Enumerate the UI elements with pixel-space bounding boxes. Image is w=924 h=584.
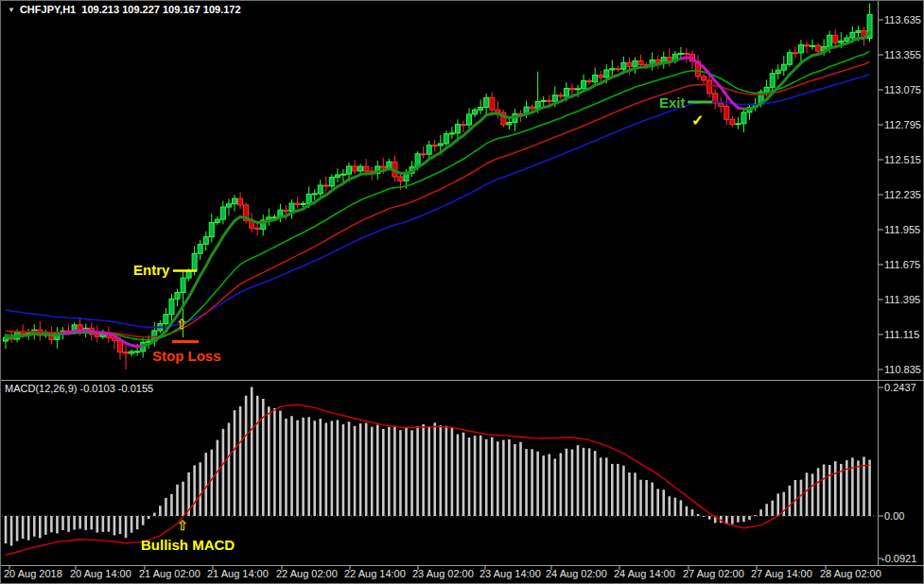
candle [444,130,448,146]
candle [616,65,620,71]
candle [587,78,592,85]
candle [358,163,363,174]
macd-signal-line [6,404,870,555]
candle [250,213,254,232]
candle [164,308,168,329]
candle [4,334,9,349]
price-pane [4,3,873,369]
candle [741,108,746,132]
candle [776,64,780,79]
candle [323,177,328,192]
candle [295,198,300,209]
candle [255,224,260,236]
candle [655,56,660,69]
candles-layer [4,3,873,369]
candle [798,40,803,61]
entry-up-arrow-icon[interactable]: ⇧ [176,317,187,332]
bullish-macd-up-arrow-icon[interactable]: ⇧ [177,518,188,533]
ma-slow-blue-line [6,75,870,328]
candle [438,135,443,151]
candle [175,289,180,307]
candle [55,327,60,348]
candle [220,200,225,224]
candle [713,89,718,109]
candle [805,42,810,54]
candle [793,46,797,58]
dropdown-triangle-icon[interactable]: ▼ [8,6,15,14]
candle [289,199,294,218]
candle [558,92,563,98]
candle [267,209,271,226]
candle [787,49,792,66]
entry-label[interactable]: Entry [133,262,169,278]
chart-title: ▼CHFJPY,H1 109.213 109.227 109.167 109.1… [8,4,241,15]
candle [633,58,637,75]
candle [736,117,741,129]
candle [867,3,872,42]
macd-histogram [6,387,870,546]
candle [449,127,454,139]
symbol-timeframe-label: CHFJPY,H1 [20,4,76,15]
macd-indicator-label: MACD(12,26,9) -0.0103 -0.0155 [5,383,153,394]
candle [667,48,671,66]
candle [467,108,472,129]
ma-mid-red-line [6,61,870,336]
candle [684,48,689,63]
candle [209,214,214,242]
ohlc-values: 109.213 109.227 109.167 109.172 [81,4,240,15]
candle [203,232,208,250]
ma-fast-green-line [6,51,870,339]
candle [747,104,752,120]
candle [233,195,237,212]
macd-pane [2,387,877,556]
candle [226,198,231,215]
candle [610,60,615,76]
candle [198,240,202,260]
candle [650,52,654,70]
bullish-macd-label[interactable]: Bullish MACD [141,537,235,553]
candle [329,174,334,188]
candle [238,192,243,208]
candle [501,110,506,128]
candle [513,109,517,131]
candle [535,72,540,113]
candle [141,338,146,358]
candle [261,215,266,235]
exit-checkmark-icon[interactable]: ✓ [691,112,704,129]
stop-loss-label[interactable]: Stop Loss [152,348,221,364]
candle [479,100,483,114]
chart-canvas[interactable] [1,1,924,584]
candle [719,97,724,112]
candle [432,140,437,152]
candle [702,74,706,83]
candle [421,146,426,159]
candle [124,346,129,369]
candle [627,58,632,76]
candle [215,216,219,225]
candle [696,55,701,79]
candle [781,56,786,76]
candle [484,94,489,113]
candle [130,349,134,356]
candle [462,121,466,132]
candle [661,52,666,69]
mt4-chart-window: ▼CHFJPY,H1 109.213 109.227 109.167 109.1… [0,0,924,584]
exit-label[interactable]: Exit [659,94,686,111]
candle [244,202,249,223]
candle [353,160,357,175]
candle [473,108,478,118]
candle [312,189,317,200]
candle [730,116,735,127]
candle [335,168,340,182]
candle [811,40,815,50]
